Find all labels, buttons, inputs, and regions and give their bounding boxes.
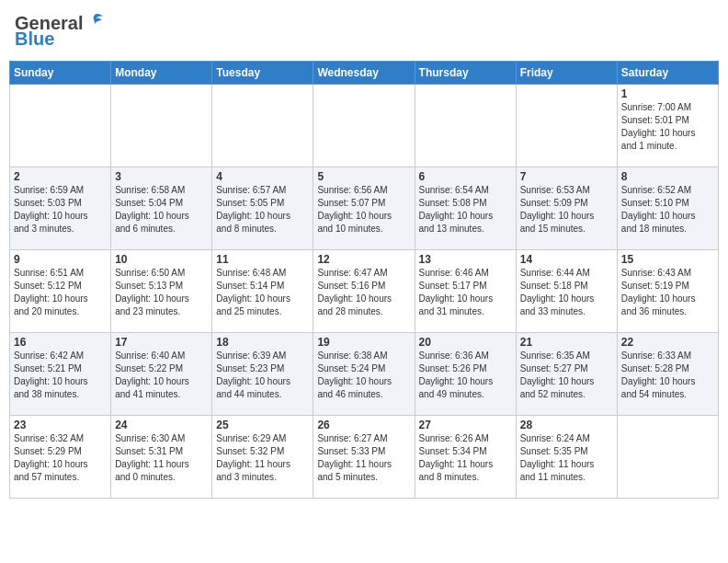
day-info: Sunrise: 7:00 AM Sunset: 5:01 PM Dayligh…	[621, 101, 714, 153]
day-number: 3	[115, 170, 208, 183]
calendar-cell: 26Sunrise: 6:27 AM Sunset: 5:33 PM Dayli…	[313, 416, 415, 499]
calendar-cell	[10, 85, 111, 167]
day-info: Sunrise: 6:46 AM Sunset: 5:17 PM Dayligh…	[419, 267, 512, 318]
day-info: Sunrise: 6:54 AM Sunset: 5:08 PM Dayligh…	[419, 184, 512, 236]
weekday-header-sunday: Sunday	[10, 62, 111, 85]
logo-blue-text: Blue	[15, 29, 54, 50]
day-info: Sunrise: 6:39 AM Sunset: 5:23 PM Dayligh…	[216, 350, 309, 401]
day-number: 14	[520, 253, 613, 266]
calendar-cell: 4Sunrise: 6:57 AM Sunset: 5:05 PM Daylig…	[212, 167, 313, 250]
day-number: 1	[621, 87, 714, 100]
day-number: 22	[621, 336, 714, 349]
calendar-cell: 23Sunrise: 6:32 AM Sunset: 5:29 PM Dayli…	[10, 416, 111, 499]
day-number: 9	[14, 253, 107, 266]
calendar-cell: 1Sunrise: 7:00 AM Sunset: 5:01 PM Daylig…	[617, 85, 718, 167]
day-number: 25	[216, 419, 309, 431]
calendar-week-row: 23Sunrise: 6:32 AM Sunset: 5:29 PM Dayli…	[10, 416, 719, 499]
day-number: 5	[317, 170, 410, 183]
day-info: Sunrise: 6:24 AM Sunset: 5:35 PM Dayligh…	[520, 432, 613, 484]
calendar-cell: 17Sunrise: 6:40 AM Sunset: 5:22 PM Dayli…	[111, 333, 212, 416]
calendar-cell: 13Sunrise: 6:46 AM Sunset: 5:17 PM Dayli…	[415, 250, 516, 333]
calendar-cell: 15Sunrise: 6:43 AM Sunset: 5:19 PM Dayli…	[617, 250, 718, 333]
calendar-week-row: 16Sunrise: 6:42 AM Sunset: 5:21 PM Dayli…	[10, 333, 719, 416]
day-number: 2	[14, 170, 107, 183]
day-number: 15	[621, 253, 714, 266]
day-info: Sunrise: 6:26 AM Sunset: 5:34 PM Dayligh…	[419, 432, 512, 484]
day-number: 13	[419, 253, 512, 266]
day-number: 12	[317, 253, 410, 266]
calendar-cell: 16Sunrise: 6:42 AM Sunset: 5:21 PM Dayli…	[10, 333, 111, 416]
day-info: Sunrise: 6:40 AM Sunset: 5:22 PM Dayligh…	[115, 350, 208, 401]
day-number: 21	[520, 336, 613, 349]
day-number: 19	[317, 336, 410, 349]
day-number: 10	[115, 253, 208, 266]
day-info: Sunrise: 6:38 AM Sunset: 5:24 PM Dayligh…	[317, 350, 410, 401]
calendar-table: SundayMondayTuesdayWednesdayThursdayFrid…	[9, 61, 719, 499]
calendar-cell: 25Sunrise: 6:29 AM Sunset: 5:32 PM Dayli…	[212, 416, 313, 499]
day-info: Sunrise: 6:42 AM Sunset: 5:21 PM Dayligh…	[14, 350, 107, 401]
calendar-cell: 11Sunrise: 6:48 AM Sunset: 5:14 PM Dayli…	[212, 250, 313, 333]
weekday-header-thursday: Thursday	[415, 62, 516, 85]
calendar-cell: 7Sunrise: 6:53 AM Sunset: 5:09 PM Daylig…	[516, 167, 617, 250]
day-info: Sunrise: 6:47 AM Sunset: 5:16 PM Dayligh…	[317, 267, 410, 318]
calendar-cell: 28Sunrise: 6:24 AM Sunset: 5:35 PM Dayli…	[516, 416, 617, 499]
calendar-cell	[212, 85, 313, 167]
weekday-header-saturday: Saturday	[617, 62, 718, 85]
day-info: Sunrise: 6:43 AM Sunset: 5:19 PM Dayligh…	[621, 267, 714, 318]
calendar-cell: 8Sunrise: 6:52 AM Sunset: 5:10 PM Daylig…	[617, 167, 718, 250]
day-number: 20	[419, 336, 512, 349]
calendar-cell: 21Sunrise: 6:35 AM Sunset: 5:27 PM Dayli…	[516, 333, 617, 416]
calendar-cell: 2Sunrise: 6:59 AM Sunset: 5:03 PM Daylig…	[10, 167, 111, 250]
day-info: Sunrise: 6:35 AM Sunset: 5:27 PM Dayligh…	[520, 350, 613, 401]
calendar-week-row: 1Sunrise: 7:00 AM Sunset: 5:01 PM Daylig…	[10, 85, 719, 167]
weekday-header-tuesday: Tuesday	[212, 62, 313, 85]
day-info: Sunrise: 6:58 AM Sunset: 5:04 PM Dayligh…	[115, 184, 208, 236]
day-number: 7	[520, 170, 613, 183]
calendar-week-row: 9Sunrise: 6:51 AM Sunset: 5:12 PM Daylig…	[10, 250, 719, 333]
calendar-week-row: 2Sunrise: 6:59 AM Sunset: 5:03 PM Daylig…	[10, 167, 719, 250]
day-number: 8	[621, 170, 714, 183]
calendar-cell: 24Sunrise: 6:30 AM Sunset: 5:31 PM Dayli…	[111, 416, 212, 499]
day-info: Sunrise: 6:51 AM Sunset: 5:12 PM Dayligh…	[14, 267, 107, 318]
calendar-cell: 12Sunrise: 6:47 AM Sunset: 5:16 PM Dayli…	[313, 250, 415, 333]
day-number: 27	[419, 419, 512, 431]
day-info: Sunrise: 6:53 AM Sunset: 5:09 PM Dayligh…	[520, 184, 613, 236]
day-info: Sunrise: 6:32 AM Sunset: 5:29 PM Dayligh…	[14, 432, 107, 484]
day-number: 24	[115, 419, 208, 431]
day-info: Sunrise: 6:30 AM Sunset: 5:31 PM Dayligh…	[115, 432, 208, 484]
calendar-cell	[111, 85, 212, 167]
calendar-cell: 19Sunrise: 6:38 AM Sunset: 5:24 PM Dayli…	[313, 333, 415, 416]
calendar-cell: 20Sunrise: 6:36 AM Sunset: 5:26 PM Dayli…	[415, 333, 516, 416]
day-number: 4	[216, 170, 309, 183]
day-number: 17	[115, 336, 208, 349]
calendar-header-row: SundayMondayTuesdayWednesdayThursdayFrid…	[10, 62, 719, 85]
day-number: 23	[14, 419, 107, 431]
calendar-cell: 3Sunrise: 6:58 AM Sunset: 5:04 PM Daylig…	[111, 167, 212, 250]
day-number: 26	[317, 419, 410, 431]
calendar-cell: 27Sunrise: 6:26 AM Sunset: 5:34 PM Dayli…	[415, 416, 516, 499]
calendar-cell	[516, 85, 617, 167]
calendar-cell: 9Sunrise: 6:51 AM Sunset: 5:12 PM Daylig…	[10, 250, 111, 333]
logo-bird-icon	[85, 11, 105, 31]
day-number: 18	[216, 336, 309, 349]
calendar-cell: 5Sunrise: 6:56 AM Sunset: 5:07 PM Daylig…	[313, 167, 415, 250]
day-number: 6	[419, 170, 512, 183]
day-info: Sunrise: 6:33 AM Sunset: 5:28 PM Dayligh…	[621, 350, 714, 401]
day-number: 28	[520, 419, 613, 431]
weekday-header-friday: Friday	[516, 62, 617, 85]
day-info: Sunrise: 6:29 AM Sunset: 5:32 PM Dayligh…	[216, 432, 309, 484]
day-info: Sunrise: 6:57 AM Sunset: 5:05 PM Dayligh…	[216, 184, 309, 236]
page-header: General Blue	[9, 9, 719, 53]
day-number: 16	[14, 336, 107, 349]
day-info: Sunrise: 6:36 AM Sunset: 5:26 PM Dayligh…	[419, 350, 512, 401]
day-info: Sunrise: 6:59 AM Sunset: 5:03 PM Dayligh…	[14, 184, 107, 236]
calendar-cell	[617, 416, 718, 499]
calendar-cell: 22Sunrise: 6:33 AM Sunset: 5:28 PM Dayli…	[617, 333, 718, 416]
logo: General Blue	[15, 13, 105, 50]
day-info: Sunrise: 6:44 AM Sunset: 5:18 PM Dayligh…	[520, 267, 613, 318]
calendar-cell	[415, 85, 516, 167]
day-info: Sunrise: 6:50 AM Sunset: 5:13 PM Dayligh…	[115, 267, 208, 318]
day-info: Sunrise: 6:27 AM Sunset: 5:33 PM Dayligh…	[317, 432, 410, 484]
day-info: Sunrise: 6:48 AM Sunset: 5:14 PM Dayligh…	[216, 267, 309, 318]
calendar-cell: 10Sunrise: 6:50 AM Sunset: 5:13 PM Dayli…	[111, 250, 212, 333]
